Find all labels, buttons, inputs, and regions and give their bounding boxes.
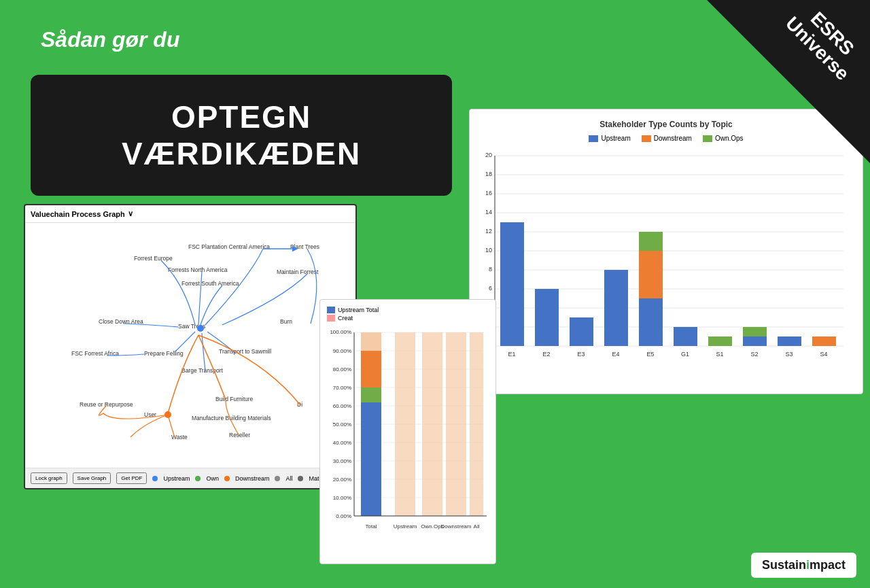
stacked-bar-chart-card: Upstream Total Creat 100.00% 90.00% 80.0… [319,299,496,564]
svg-text:14: 14 [485,209,492,215]
sustain-impact-logo: Sustainimpact [751,553,856,578]
upstream-total-legend-label: Upstream Total [338,307,379,313]
svg-text:E4: E4 [612,351,619,358]
legend-downstream: Downstream [642,135,692,142]
svg-text:Downstream: Downstream [441,523,472,530]
svg-text:All: All [474,523,480,530]
upstream-total-legend-color [327,307,335,313]
downstream-label: Downstream [235,475,270,482]
svg-text:12: 12 [485,228,492,235]
graph-area: FSC Plantation Central America Forrest E… [25,223,355,458]
graph-svg: FSC Plantation Central America Forrest E… [25,223,355,458]
svg-text:90.00%: 90.00% [333,348,351,354]
svg-text:6: 6 [489,285,492,292]
svg-text:10.00%: 10.00% [333,495,351,501]
total-peach-bar [361,332,381,351]
svg-text:20: 20 [485,152,492,158]
svg-text:G1: G1 [681,351,689,358]
save-graph-button[interactable]: Save Graph [73,472,111,484]
total-green-bar [361,387,381,402]
all-dot [275,476,280,481]
g1-upstream-bar [674,327,697,346]
svg-text:50.00%: 50.00% [333,421,351,428]
creat-legend-label: Creat [338,315,353,322]
svg-text:Upstream: Upstream [394,523,417,530]
graph-footer: Lock graph Save Graph Get PDF Upstream O… [25,468,355,488]
value-chain-graph-card: Valuechain Process Graph ∨ FSC Plantatio… [24,204,357,489]
total-orange-bar [361,351,381,387]
e3-upstream-bar [570,317,593,346]
upstream-legend-label: Upstream [601,135,630,142]
upstream-label: Upstream [163,475,190,482]
s3-upstream-bar [778,336,801,346]
svg-text:Forrest South America: Forrest South America [181,280,239,287]
lock-graph-button[interactable]: Lock graph [31,472,67,484]
all-peach-bar [470,332,483,516]
svg-text:16: 16 [485,190,492,196]
svg-text:FSC Plantation Central America: FSC Plantation Central America [188,243,270,250]
svg-text:E5: E5 [646,351,654,358]
svg-text:S4: S4 [820,351,827,358]
s2-upstream-bar [743,336,767,346]
svg-text:18: 18 [485,171,492,177]
s4-downstream-bar [812,336,836,346]
stacked-legend: Upstream Total Creat [327,307,489,322]
svg-text:80.00%: 80.00% [333,366,351,373]
downstream-legend-label: Downstream [654,135,692,142]
own-label: Own [206,475,219,482]
all-label: All [285,475,292,482]
svg-text:Build Furniture: Build Furniture [215,396,254,402]
ownops-peach-bar [422,332,442,516]
svg-text:Burn: Burn [280,318,292,325]
downstream-legend-color [642,135,651,142]
e5-downstream-bar [639,251,663,298]
svg-text:30.00%: 30.00% [333,458,351,464]
graph-card-title: Valuechain Process Graph ∨ [25,205,355,223]
svg-text:S2: S2 [750,351,758,358]
upstream-dot [152,476,158,481]
svg-text:E2: E2 [542,351,550,358]
upstream-peach-bar [395,332,415,516]
legend-upstream: Upstream [589,135,630,142]
logo-green-part: i [806,558,810,572]
svg-text:70.00%: 70.00% [333,385,351,391]
own-dot [195,476,201,481]
svg-text:E3: E3 [577,351,585,358]
page-heading: Sådan gør du [41,27,179,52]
s1-ownops-bar [708,336,732,346]
svg-point-23 [164,411,171,418]
downstream-peach-bar [446,332,466,516]
svg-text:0.00%: 0.00% [336,513,351,519]
svg-point-22 [197,325,204,332]
svg-text:100.00%: 100.00% [330,329,351,335]
e5-ownops-bar [639,232,663,251]
svg-text:Prepare Felling: Prepare Felling [144,350,184,357]
e4-upstream-bar [604,270,628,346]
get-pdf-button[interactable]: Get PDF [116,472,147,484]
esrs-corner-bg [707,0,870,163]
svg-text:10: 10 [485,247,492,254]
svg-text:S1: S1 [716,351,723,358]
s2-ownops-bar [743,327,767,336]
e2-upstream-bar [535,289,559,346]
svg-text:Reseller: Reseller [229,432,250,438]
svg-text:60.00%: 60.00% [333,403,351,409]
svg-text:Maintain Forrest: Maintain Forrest [277,269,319,275]
stakeholder-svg: 0 2 4 6 8 10 12 14 16 18 20 E1 E2 [480,149,847,380]
svg-text:Transport to Sawmill: Transport to Sawmill [219,348,271,355]
svg-text:S3: S3 [785,351,793,358]
svg-text:Reuse or Repurpose: Reuse or Repurpose [80,401,133,408]
material-dot [298,476,303,481]
svg-text:Forrest Europe: Forrest Europe [134,255,173,262]
stacked-bar-svg: 100.00% 90.00% 80.00% 70.00% 60.00% 50.0… [327,326,490,536]
svg-text:Barge Transport: Barge Transport [181,367,224,374]
upstream-legend-color [589,135,598,142]
svg-text:E1: E1 [508,351,515,358]
creat-legend-color [327,315,335,322]
total-blue-bar [361,402,381,516]
svg-text:8: 8 [489,266,492,273]
e5-upstream-bar [639,298,663,346]
graph-title-chevron: ∨ [128,209,133,218]
title-box: OPTEGN VÆRDIKÆDEN [31,75,452,196]
e1-upstream-bar [500,222,524,346]
